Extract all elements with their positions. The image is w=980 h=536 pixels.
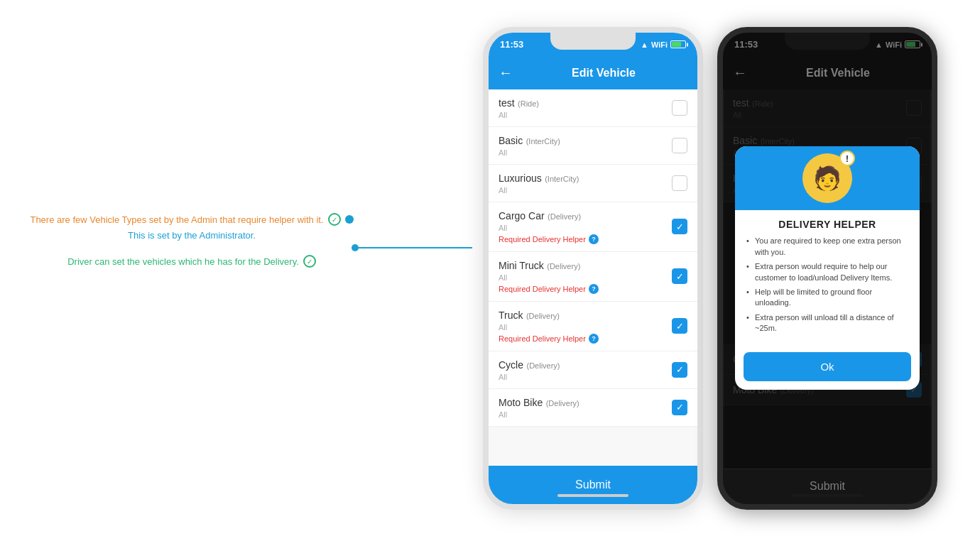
- bottom-bar-light: [557, 494, 628, 497]
- vehicle-row-luxurious: Luxurious (InterCity) All: [499, 172, 687, 195]
- modal-title: DELIVERY HELPER: [735, 210, 920, 236]
- vehicle-info-cycle: Cycle (Delivery) All: [499, 359, 560, 381]
- vehicle-row-truck: Truck (Delivery) All Required Delivery H…: [499, 309, 687, 344]
- vehicle-info-luxurious: Luxurious (InterCity) All: [499, 172, 579, 195]
- vehicle-item-luxurious: Luxurious (InterCity) All: [489, 165, 697, 202]
- exclamation-badge: !: [839, 151, 855, 166]
- vehicle-row-cycle: Cycle (Delivery) All ✓: [499, 359, 687, 381]
- vehicle-item-test: test (Ride) All: [489, 89, 697, 127]
- annotation-line1: There are few Vehicle Types set by the A…: [30, 214, 323, 225]
- vehicle-info-cargo: Cargo Car (Delivery) All Required Delive…: [499, 209, 599, 244]
- modal-header: 🧑 !: [735, 146, 920, 210]
- status-icons-light: ▲ WiFi: [641, 40, 686, 49]
- check-icon-1: ✓: [328, 213, 341, 226]
- phone-light: 11:53 ▲ WiFi ← Edit Vehicle test: [483, 27, 703, 510]
- vehicle-info-minitruck: Mini Truck (Delivery) All Required Deliv…: [499, 259, 599, 294]
- back-button-light[interactable]: ←: [499, 65, 513, 81]
- dot-connector: [345, 215, 354, 224]
- vehicle-row-cargo: Cargo Car (Delivery) All Required Delive…: [499, 209, 687, 244]
- question-icon-cargo[interactable]: ?: [589, 234, 599, 244]
- vehicle-name-motobike: Moto Bike (Delivery): [499, 396, 579, 409]
- phone-dark: 11:53 ▲ WiFi ← Edit Vehicle test: [717, 27, 937, 510]
- required-label-truck: Required Delivery Helper ?: [499, 334, 599, 344]
- modal-bullet-1: You are required to keep one extra perso…: [746, 236, 908, 258]
- modal-bullet-2: Extra person would require to help our c…: [746, 261, 908, 283]
- checkbox-truck[interactable]: ✓: [672, 318, 687, 334]
- modal-ok-button[interactable]: Ok: [744, 352, 911, 381]
- modal-bullet-3: Help will be limited to ground floor unl…: [746, 287, 908, 309]
- question-icon-minitruck[interactable]: ?: [589, 284, 599, 294]
- submit-button-light[interactable]: Submit: [489, 466, 697, 504]
- vehicle-name-test: test (Ride): [499, 97, 539, 109]
- modal-box: 🧑 ! DELIVERY HELPER You are required to …: [735, 146, 920, 389]
- notch-light: [550, 33, 636, 50]
- question-icon-truck[interactable]: ?: [589, 334, 599, 344]
- vehicle-row-motobike: Moto Bike (Delivery) All ✓: [499, 396, 687, 419]
- wifi-icon: WiFi: [651, 40, 668, 49]
- annotation-area: There are few Vehicle Types set by the A…: [21, 213, 362, 272]
- checkbox-minitruck[interactable]: ✓: [672, 268, 687, 284]
- vehicle-info-test: test (Ride) All: [499, 97, 539, 119]
- battery-icon: [670, 40, 686, 48]
- annotation-line2: This is set by the Administrator.: [128, 230, 256, 241]
- modal-bullet-4: Extra person will unload till a distance…: [746, 312, 908, 334]
- checkbox-cycle[interactable]: ✓: [672, 362, 687, 378]
- modal-body: You are required to keep one extra perso…: [735, 236, 920, 346]
- vehicle-item-cycle: Cycle (Delivery) All ✓: [489, 351, 697, 389]
- check-icon-2: ✓: [303, 255, 316, 268]
- modal-overlay: 🧑 ! DELIVERY HELPER You are required to …: [723, 33, 932, 504]
- time-light: 11:53: [500, 39, 523, 50]
- vehicle-item-basic: Basic (InterCity) All: [489, 127, 697, 165]
- checkbox-motobike[interactable]: ✓: [672, 400, 687, 415]
- checkbox-test[interactable]: [672, 100, 687, 116]
- app-header-light: ← Edit Vehicle: [489, 57, 697, 89]
- header-title-light: Edit Vehicle: [520, 67, 687, 80]
- signal-icon: ▲: [641, 40, 648, 49]
- vehicle-list-light: test (Ride) All Basic (InterCity): [489, 89, 697, 466]
- checkbox-basic[interactable]: [672, 138, 687, 153]
- connector: [355, 247, 472, 248]
- phones-area: 11:53 ▲ WiFi ← Edit Vehicle test: [469, 0, 980, 536]
- vehicle-item-motobike: Moto Bike (Delivery) All ✓: [489, 389, 697, 427]
- vehicle-name-luxurious: Luxurious (InterCity): [499, 172, 579, 185]
- vehicle-item-minitruck: Mini Truck (Delivery) All Required Deliv…: [489, 252, 697, 302]
- vehicle-item-cargo: Cargo Car (Delivery) All Required Delive…: [489, 202, 697, 252]
- vehicle-name-basic: Basic (InterCity): [499, 134, 560, 147]
- vehicle-info-truck: Truck (Delivery) All Required Delivery H…: [499, 309, 599, 344]
- vehicle-row-minitruck: Mini Truck (Delivery) All Required Deliv…: [499, 259, 687, 294]
- vehicle-row-test: test (Ride) All: [499, 97, 687, 119]
- vehicle-name-truck: Truck (Delivery): [499, 309, 599, 322]
- vehicle-info-motobike: Moto Bike (Delivery) All: [499, 396, 579, 419]
- vehicle-row-basic: Basic (InterCity) All: [499, 134, 687, 157]
- required-label-minitruck: Required Delivery Helper ?: [499, 284, 599, 294]
- vehicle-info-basic: Basic (InterCity) All: [499, 134, 560, 157]
- checkbox-cargo[interactable]: ✓: [672, 219, 687, 234]
- annotation-line3: Driver can set the vehicles which he has…: [67, 256, 299, 267]
- checkbox-luxurious[interactable]: [672, 175, 687, 191]
- avatar-circle: 🧑 !: [802, 153, 852, 203]
- vehicle-name-cargo: Cargo Car (Delivery): [499, 209, 599, 222]
- required-label-cargo: Required Delivery Helper ?: [499, 234, 599, 244]
- vehicle-item-truck: Truck (Delivery) All Required Delivery H…: [489, 302, 697, 351]
- vehicle-name-minitruck: Mini Truck (Delivery): [499, 259, 599, 272]
- vehicle-name-cycle: Cycle (Delivery): [499, 359, 560, 371]
